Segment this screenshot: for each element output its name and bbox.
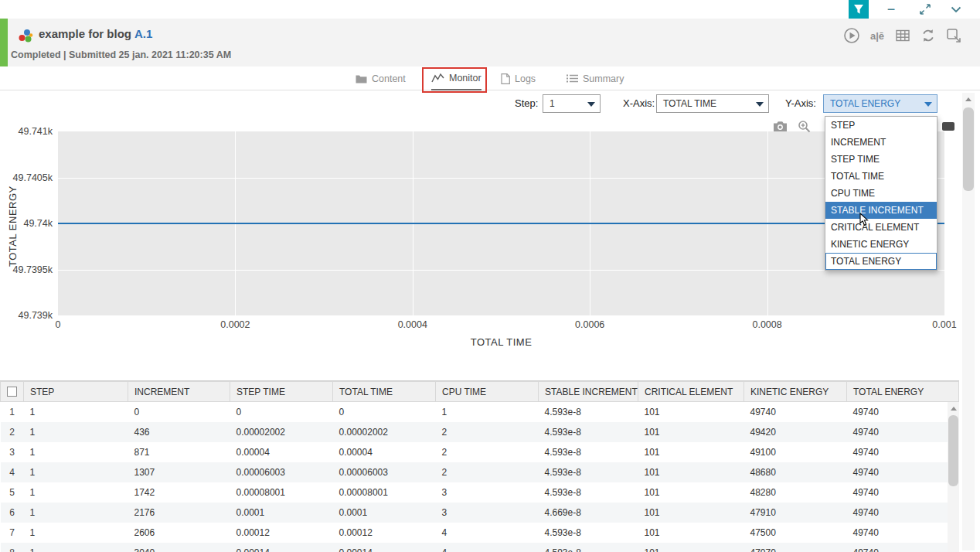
column-header-total-energy[interactable]: TOTAL ENERGY xyxy=(847,382,959,402)
dropdown-option[interactable]: CRITICAL ELEMENT xyxy=(825,219,937,236)
table-cell: 4.593e-8 xyxy=(539,523,638,543)
refresh-button[interactable] xyxy=(920,27,937,44)
dropdown-option[interactable]: STEP xyxy=(825,117,937,134)
table-cell: 2 xyxy=(436,462,539,482)
column-header-total-time[interactable]: TOTAL TIME xyxy=(333,382,436,402)
table-cell: 1 xyxy=(24,462,128,482)
camera-icon[interactable] xyxy=(773,121,788,132)
content-pane: Step: 1 X-Axis: TOTAL TIME Y-Axis: TOTAL… xyxy=(0,90,980,552)
table-cell: 4.669e-8 xyxy=(539,503,638,523)
table-cell: 1 xyxy=(436,402,539,422)
minimize-button[interactable]: − xyxy=(881,0,901,19)
dropdown-option[interactable]: TOTAL ENERGY xyxy=(825,253,937,270)
table-cell: 2 xyxy=(436,442,539,462)
table-row[interactable]: 1100014.593e-81014974049740 xyxy=(1,402,959,422)
header-actions: a|ē xyxy=(843,27,962,44)
table-cell: 1 xyxy=(24,503,128,523)
table-cell: 436 xyxy=(128,422,230,442)
column-header-stable-increment[interactable]: STABLE INCREMENT xyxy=(539,382,638,402)
table-cell: 4.593e-8 xyxy=(539,462,638,482)
expand-button[interactable] xyxy=(915,0,935,19)
tab-summary[interactable]: Summary xyxy=(567,66,624,90)
select-all-checkbox[interactable] xyxy=(7,387,17,397)
table-header-row: STEPINCREMENTSTEP TIMETOTAL TIMECPU TIME… xyxy=(1,382,959,402)
export-icon xyxy=(945,27,962,44)
tab-content[interactable]: Content xyxy=(356,66,406,90)
table-row[interactable]: 5117420.000080010.0000800134.593e-810148… xyxy=(1,482,959,503)
tab-logs[interactable]: Logs xyxy=(501,66,536,90)
table-cell: 49740 xyxy=(847,523,959,543)
table-row[interactable]: 4113070.000060030.0000600324.593e-810148… xyxy=(1,462,959,482)
table-cell: 0.00012 xyxy=(230,523,333,543)
table-cell: 4.593e-8 xyxy=(539,402,638,422)
tab-monitor[interactable]: Monitor xyxy=(431,66,481,90)
table-cell: 871 xyxy=(128,442,230,462)
modebar-collapse-icon[interactable] xyxy=(942,122,954,131)
column-header-kinetic-energy[interactable]: KINETIC ENERGY xyxy=(744,382,847,402)
dropdown-option[interactable]: TOTAL TIME xyxy=(825,168,937,185)
table-cell: 0.00014 xyxy=(230,543,333,552)
dropdown-option[interactable]: CPU TIME xyxy=(825,185,937,202)
table-scrollbar[interactable] xyxy=(948,402,959,552)
table-view-button[interactable] xyxy=(894,27,911,44)
table-row[interactable]: 6121760.00010.000134.669e-81014791049740 xyxy=(1,503,959,523)
table-cell: 1 xyxy=(24,482,128,503)
refresh-icon xyxy=(920,28,936,43)
row-number: 8 xyxy=(1,543,24,552)
column-header-step-time[interactable]: STEP TIME xyxy=(230,382,333,402)
table-row[interactable]: 214360.000020020.0000200224.593e-8101494… xyxy=(1,422,959,442)
row-number: 4 xyxy=(1,462,24,482)
y-tick-label: 49.7405k xyxy=(0,172,53,183)
table-cell: 47500 xyxy=(744,523,847,543)
results-table: STEPINCREMENTSTEP TIMETOTAL TIMECPU TIME… xyxy=(0,381,959,552)
table-cell: 48280 xyxy=(744,482,847,503)
table-row[interactable]: 318710.000040.0000424.593e-8101491004974… xyxy=(1,442,959,462)
column-header-critical-element[interactable]: CRITICAL ELEMENT xyxy=(638,382,744,402)
filter-button[interactable] xyxy=(849,0,869,19)
table-cell: 0.00002002 xyxy=(230,422,333,442)
title-revision: A.1 xyxy=(134,27,152,40)
rename-icon[interactable]: a|ē xyxy=(869,27,886,44)
run-button[interactable] xyxy=(843,27,860,44)
table-cell: 101 xyxy=(638,523,744,543)
table-cell: 1307 xyxy=(128,462,230,482)
table-body: 1100014.593e-81014974049740214360.000020… xyxy=(1,402,959,552)
table-row[interactable]: 8130400.000140.0001444.593e-810147070497… xyxy=(1,543,959,552)
dropdown-option[interactable]: STABLE INCREMENT xyxy=(825,202,937,219)
x-tick-label: 0.0008 xyxy=(729,319,806,330)
table-cell: 0.00002002 xyxy=(333,422,436,442)
table-icon xyxy=(894,27,911,44)
export-button[interactable] xyxy=(945,27,962,44)
panel-chevron-button[interactable] xyxy=(946,0,966,19)
zoom-in-icon[interactable] xyxy=(798,120,811,133)
header: example for blogA.1 Completed | Submitte… xyxy=(0,19,980,66)
table-scrollbar-thumb[interactable] xyxy=(948,415,958,486)
scroll-up-icon[interactable] xyxy=(962,93,975,105)
dropdown-option[interactable]: INCREMENT xyxy=(825,134,937,151)
plot-area[interactable] xyxy=(58,131,944,315)
tab-label: Summary xyxy=(583,73,624,84)
table-cell: 0.0001 xyxy=(333,503,436,523)
line-chart-icon xyxy=(431,73,444,83)
y-tick-label: 49.739k xyxy=(0,310,53,321)
table-cell: 101 xyxy=(638,462,744,482)
dropdown-option[interactable]: KINETIC ENERGY xyxy=(825,236,937,253)
table-cell: 1 xyxy=(24,422,128,442)
table-cell: 0.00012 xyxy=(333,523,436,543)
y-tick-label: 49.7395k xyxy=(0,264,53,275)
table-cell: 0.00004 xyxy=(333,442,436,462)
table-cell: 47070 xyxy=(744,543,847,552)
column-header-step[interactable]: STEP xyxy=(24,382,128,402)
page-title: example for blogA.1 xyxy=(39,27,152,40)
column-header-increment[interactable]: INCREMENT xyxy=(128,382,230,402)
row-number: 1 xyxy=(1,402,24,422)
top-strip: − xyxy=(0,0,980,19)
page-scrollbar-thumb[interactable] xyxy=(963,107,974,191)
chart-series-layer xyxy=(58,131,944,315)
column-header-cpu-time[interactable]: CPU TIME xyxy=(436,382,539,402)
table-row[interactable]: 7126060.000120.0001244.593e-810147500497… xyxy=(1,523,959,543)
scroll-up-icon[interactable] xyxy=(948,402,959,414)
table-cell: 0.00008001 xyxy=(333,482,436,503)
page-scrollbar[interactable] xyxy=(962,93,975,550)
dropdown-option[interactable]: STEP TIME xyxy=(825,151,937,168)
